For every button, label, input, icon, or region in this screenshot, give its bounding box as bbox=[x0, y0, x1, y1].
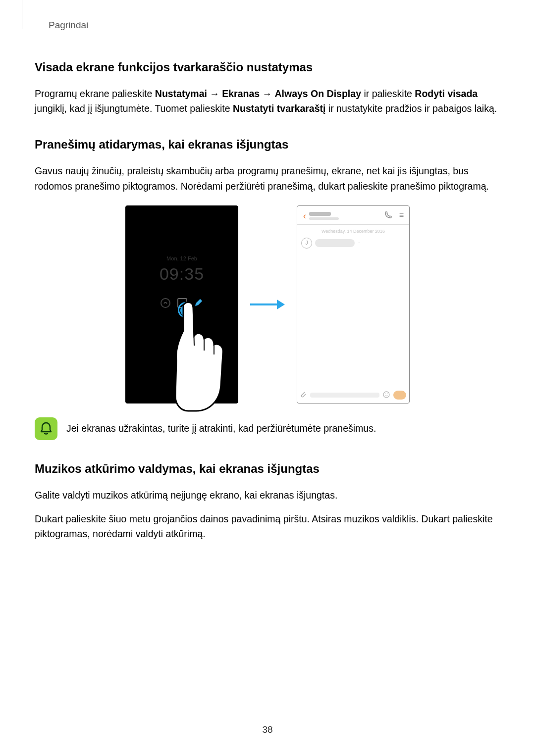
text: ir palieskite bbox=[361, 88, 415, 99]
chat-date: Wednesday, 14 December 2016 bbox=[297, 225, 409, 238]
menu-icon: ≡ bbox=[399, 211, 403, 221]
note-row: Jei ekranas užrakintas, turite jį atraki… bbox=[35, 417, 500, 440]
attach-icon bbox=[300, 391, 307, 400]
chat-input-bar bbox=[300, 391, 406, 400]
double-tap-indicator bbox=[180, 299, 196, 315]
send-button bbox=[393, 391, 406, 400]
aod-date: Mon, 12 Feb bbox=[126, 255, 238, 261]
section1-title: Visada ekrane funkcijos tvarkaraščio nus… bbox=[35, 60, 500, 74]
section3-paragraph2: Dukart palieskite šiuo metu grojančios d… bbox=[35, 511, 500, 541]
section1-paragraph: Programų ekrane palieskite Nustatymai → … bbox=[35, 86, 500, 116]
aod-time: 09:35 bbox=[126, 264, 238, 284]
aod-phone-mock: Mon, 12 Feb 09:35 bbox=[125, 205, 238, 403]
back-icon: ‹ bbox=[303, 211, 306, 221]
svg-point-2 bbox=[383, 392, 389, 398]
section3-title: Muzikos atkūrimo valdymas, kai ekranas i… bbox=[35, 462, 500, 476]
emoji-icon bbox=[382, 391, 390, 400]
text-bold: Ekranas bbox=[222, 88, 260, 99]
chat-contact-name bbox=[309, 212, 384, 220]
text: → bbox=[207, 88, 222, 99]
hand-icon bbox=[173, 301, 258, 415]
chat-bubble bbox=[315, 239, 355, 247]
chat-time: ·· bbox=[358, 241, 360, 245]
bell-icon bbox=[35, 417, 57, 440]
section2-paragraph: Gavus naujų žinučių, praleistų skambučių… bbox=[35, 163, 500, 193]
figure-row: Mon, 12 Feb 09:35 bbox=[35, 205, 500, 403]
phone-icon bbox=[384, 211, 392, 221]
text: → bbox=[260, 88, 274, 99]
section2-title: Pranešimų atidarymas, kai ekranas išjung… bbox=[35, 138, 500, 151]
svg-point-3 bbox=[385, 394, 386, 395]
text-bold: Always On Display bbox=[275, 88, 361, 99]
arrow-right-icon bbox=[250, 299, 285, 310]
text-bold: Nustatymai bbox=[155, 88, 207, 99]
page-header: Pagrindai bbox=[49, 20, 500, 31]
svg-point-4 bbox=[387, 394, 388, 395]
chat-avatar: J bbox=[301, 238, 312, 249]
text-bold: Nustatyti tvarkaraštį bbox=[233, 103, 326, 114]
page-number: 38 bbox=[0, 724, 535, 735]
missed-call-icon bbox=[160, 298, 170, 308]
text: jungiklį, kad jį išjungtumėte. Tuomet pa… bbox=[35, 103, 233, 114]
text: Programų ekrane palieskite bbox=[35, 88, 155, 99]
text-bold: Rodyti visada bbox=[415, 88, 478, 99]
chat-phone-mock: ‹ ≡ Wednesday, 14 December 2016 J ·· bbox=[297, 205, 410, 403]
svg-marker-1 bbox=[277, 300, 285, 309]
note-text: Jei ekranas užrakintas, turite jį atraki… bbox=[66, 421, 376, 436]
section3-paragraph1: Galite valdyti muzikos atkūrimą neįjungę… bbox=[35, 488, 500, 503]
text: ir nustatykite pradžios ir pabaigos laik… bbox=[325, 103, 497, 114]
